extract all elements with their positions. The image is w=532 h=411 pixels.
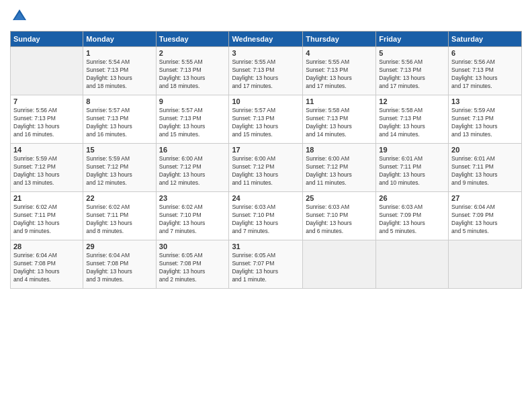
page-container: SundayMondayTuesdayWednesdayThursdayFrid… xyxy=(0,0,532,411)
calendar-cell: 22Sunrise: 6:02 AM Sunset: 7:11 PM Dayli… xyxy=(83,192,156,240)
calendar-cell: 10Sunrise: 5:57 AM Sunset: 7:13 PM Dayli… xyxy=(229,95,303,144)
week-row-2: 14Sunrise: 5:59 AM Sunset: 7:12 PM Dayli… xyxy=(11,144,522,192)
day-info: Sunrise: 6:02 AM Sunset: 7:11 PM Dayligh… xyxy=(86,203,152,236)
calendar-cell: 15Sunrise: 5:59 AM Sunset: 7:12 PM Dayli… xyxy=(83,144,156,192)
header-day-thursday: Thursday xyxy=(303,32,376,47)
day-number: 21 xyxy=(13,194,80,202)
calendar-cell: 29Sunrise: 6:04 AM Sunset: 7:08 PM Dayli… xyxy=(83,240,156,289)
day-info: Sunrise: 6:05 AM Sunset: 7:08 PM Dayligh… xyxy=(159,252,226,284)
day-info: Sunrise: 5:55 AM Sunset: 7:13 PM Dayligh… xyxy=(232,58,300,91)
calendar-cell: 27Sunrise: 6:04 AM Sunset: 7:09 PM Dayli… xyxy=(449,192,522,240)
logo-icon xyxy=(10,7,29,26)
week-row-4: 28Sunrise: 6:04 AM Sunset: 7:08 PM Dayli… xyxy=(11,240,522,289)
day-info: Sunrise: 5:59 AM Sunset: 7:13 PM Dayligh… xyxy=(451,107,519,139)
day-info: Sunrise: 6:03 AM Sunset: 7:09 PM Dayligh… xyxy=(379,203,445,236)
day-info: Sunrise: 5:58 AM Sunset: 7:13 PM Dayligh… xyxy=(379,107,445,139)
day-number: 8 xyxy=(86,97,152,105)
calendar-cell: 2Sunrise: 5:55 AM Sunset: 7:13 PM Daylig… xyxy=(156,47,229,95)
day-number: 3 xyxy=(232,49,300,57)
calendar-cell xyxy=(11,47,83,95)
day-number: 31 xyxy=(232,242,300,250)
calendar-cell: 6Sunrise: 5:56 AM Sunset: 7:13 PM Daylig… xyxy=(449,47,522,95)
day-info: Sunrise: 6:04 AM Sunset: 7:08 PM Dayligh… xyxy=(86,252,152,284)
day-number: 4 xyxy=(306,49,373,57)
day-number: 9 xyxy=(159,97,226,105)
calendar-cell: 9Sunrise: 5:57 AM Sunset: 7:13 PM Daylig… xyxy=(156,95,229,144)
header-day-sunday: Sunday xyxy=(11,32,83,47)
day-info: Sunrise: 6:03 AM Sunset: 7:10 PM Dayligh… xyxy=(232,203,300,236)
day-number: 10 xyxy=(232,97,300,105)
day-info: Sunrise: 5:57 AM Sunset: 7:13 PM Dayligh… xyxy=(86,107,152,139)
calendar-cell: 30Sunrise: 6:05 AM Sunset: 7:08 PM Dayli… xyxy=(156,240,229,289)
day-info: Sunrise: 6:00 AM Sunset: 7:12 PM Dayligh… xyxy=(232,155,300,187)
header-day-monday: Monday xyxy=(83,32,156,47)
day-number: 23 xyxy=(159,194,226,202)
day-info: Sunrise: 6:00 AM Sunset: 7:12 PM Dayligh… xyxy=(306,155,373,187)
day-info: Sunrise: 6:03 AM Sunset: 7:10 PM Dayligh… xyxy=(306,203,373,236)
calendar-cell: 19Sunrise: 6:01 AM Sunset: 7:11 PM Dayli… xyxy=(376,144,449,192)
day-info: Sunrise: 5:55 AM Sunset: 7:13 PM Dayligh… xyxy=(159,58,226,91)
day-info: Sunrise: 5:56 AM Sunset: 7:13 PM Dayligh… xyxy=(13,107,80,139)
day-info: Sunrise: 6:04 AM Sunset: 7:08 PM Dayligh… xyxy=(13,252,80,284)
day-number: 5 xyxy=(379,49,445,57)
calendar-cell: 14Sunrise: 5:59 AM Sunset: 7:12 PM Dayli… xyxy=(11,144,83,192)
day-info: Sunrise: 5:56 AM Sunset: 7:13 PM Dayligh… xyxy=(451,58,519,91)
header-day-tuesday: Tuesday xyxy=(156,32,229,47)
day-info: Sunrise: 5:59 AM Sunset: 7:12 PM Dayligh… xyxy=(13,155,80,187)
day-info: Sunrise: 6:01 AM Sunset: 7:11 PM Dayligh… xyxy=(379,155,445,187)
week-row-0: 1Sunrise: 5:54 AM Sunset: 7:13 PM Daylig… xyxy=(11,47,522,95)
logo xyxy=(10,7,30,26)
day-number: 20 xyxy=(451,146,519,154)
calendar-cell: 7Sunrise: 5:56 AM Sunset: 7:13 PM Daylig… xyxy=(11,95,83,144)
calendar-cell: 17Sunrise: 6:00 AM Sunset: 7:12 PM Dayli… xyxy=(229,144,303,192)
day-number: 12 xyxy=(379,97,445,105)
day-number: 17 xyxy=(232,146,300,154)
calendar-cell: 4Sunrise: 5:55 AM Sunset: 7:13 PM Daylig… xyxy=(303,47,376,95)
day-number: 28 xyxy=(13,242,80,250)
header-day-saturday: Saturday xyxy=(449,32,522,47)
day-info: Sunrise: 5:54 AM Sunset: 7:13 PM Dayligh… xyxy=(86,58,152,91)
calendar-table: SundayMondayTuesdayWednesdayThursdayFrid… xyxy=(10,31,522,289)
calendar-header-row: SundayMondayTuesdayWednesdayThursdayFrid… xyxy=(11,32,522,47)
day-number: 11 xyxy=(306,97,373,105)
calendar-cell: 25Sunrise: 6:03 AM Sunset: 7:10 PM Dayli… xyxy=(303,192,376,240)
day-info: Sunrise: 6:01 AM Sunset: 7:11 PM Dayligh… xyxy=(451,155,519,187)
calendar-cell xyxy=(376,240,449,289)
day-number: 6 xyxy=(451,49,519,57)
day-number: 7 xyxy=(13,97,80,105)
header-day-wednesday: Wednesday xyxy=(229,32,303,47)
day-number: 22 xyxy=(86,194,152,202)
day-number: 30 xyxy=(159,242,226,250)
day-number: 27 xyxy=(451,194,519,202)
day-number: 29 xyxy=(86,242,152,250)
calendar-cell: 12Sunrise: 5:58 AM Sunset: 7:13 PM Dayli… xyxy=(376,95,449,144)
calendar-cell xyxy=(303,240,376,289)
calendar-cell: 8Sunrise: 5:57 AM Sunset: 7:13 PM Daylig… xyxy=(83,95,156,144)
day-number: 1 xyxy=(86,49,152,57)
day-info: Sunrise: 5:55 AM Sunset: 7:13 PM Dayligh… xyxy=(306,58,373,91)
day-number: 26 xyxy=(379,194,445,202)
day-info: Sunrise: 5:57 AM Sunset: 7:13 PM Dayligh… xyxy=(232,107,300,139)
header-day-friday: Friday xyxy=(376,32,449,47)
day-info: Sunrise: 5:56 AM Sunset: 7:13 PM Dayligh… xyxy=(379,58,445,91)
calendar-cell: 23Sunrise: 6:02 AM Sunset: 7:10 PM Dayli… xyxy=(156,192,229,240)
day-info: Sunrise: 6:00 AM Sunset: 7:12 PM Dayligh… xyxy=(159,155,226,187)
day-info: Sunrise: 5:58 AM Sunset: 7:13 PM Dayligh… xyxy=(306,107,373,139)
calendar-cell: 31Sunrise: 6:05 AM Sunset: 7:07 PM Dayli… xyxy=(229,240,303,289)
day-number: 25 xyxy=(306,194,373,202)
day-number: 13 xyxy=(451,97,519,105)
calendar-cell: 1Sunrise: 5:54 AM Sunset: 7:13 PM Daylig… xyxy=(83,47,156,95)
day-number: 16 xyxy=(159,146,226,154)
calendar-cell: 5Sunrise: 5:56 AM Sunset: 7:13 PM Daylig… xyxy=(376,47,449,95)
week-row-1: 7Sunrise: 5:56 AM Sunset: 7:13 PM Daylig… xyxy=(11,95,522,144)
day-info: Sunrise: 6:02 AM Sunset: 7:10 PM Dayligh… xyxy=(159,203,226,236)
day-number: 24 xyxy=(232,194,300,202)
calendar-cell: 3Sunrise: 5:55 AM Sunset: 7:13 PM Daylig… xyxy=(229,47,303,95)
day-number: 2 xyxy=(159,49,226,57)
day-number: 19 xyxy=(379,146,445,154)
calendar-cell xyxy=(449,240,522,289)
day-info: Sunrise: 6:04 AM Sunset: 7:09 PM Dayligh… xyxy=(451,203,519,236)
calendar-cell: 13Sunrise: 5:59 AM Sunset: 7:13 PM Dayli… xyxy=(449,95,522,144)
calendar-cell: 21Sunrise: 6:02 AM Sunset: 7:11 PM Dayli… xyxy=(11,192,83,240)
day-info: Sunrise: 5:57 AM Sunset: 7:13 PM Dayligh… xyxy=(159,107,226,139)
